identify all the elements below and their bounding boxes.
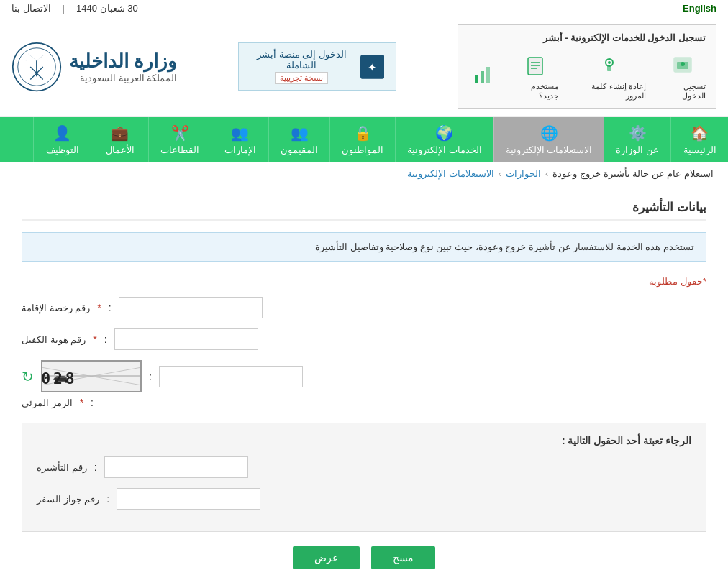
residence-input[interactable] — [119, 297, 263, 318]
nav-label-emirates: الإمارات — [224, 144, 256, 155]
residents-icon: 👥 — [291, 124, 309, 142]
breadcrumb-inquiries-link[interactable]: الاستعلامات الإلكترونية — [407, 168, 494, 179]
divider: | — [63, 3, 65, 14]
residence-field-group: : * رقم رخصة الإقامة — [22, 297, 706, 318]
inquiries-icon: 🌐 — [540, 124, 558, 142]
nav-label-residents: المقيمون — [281, 144, 318, 155]
newuser-label: مستخدم جديد؟ — [511, 82, 559, 101]
reset-label: إعادة إنشاء كلمة المرور — [573, 82, 645, 101]
eservices-icon: 🌍 — [435, 124, 453, 142]
login-icon-stats[interactable] — [468, 60, 497, 91]
sponsor-colon: : — [104, 334, 107, 345]
svg-rect-20 — [42, 361, 140, 392]
nav-label-citizens: المواطنون — [342, 144, 383, 155]
date-text: 30 شعبان 1440 — [76, 3, 138, 14]
stats-icon — [468, 60, 497, 88]
submit-button[interactable]: عرض — [293, 546, 360, 569]
breadcrumb: استعلام عام عن حالة تأشيرة خروج وعودة › … — [0, 162, 728, 185]
nav-item-inquiries[interactable]: 🌐 الاستعلامات الإلكترونية — [493, 117, 604, 162]
contact-link[interactable]: الاتصال بنا — [12, 3, 51, 14]
top-bar-left: English — [683, 3, 716, 14]
absher-text: الدخول إلى منصة أبشر الشاملة — [250, 49, 353, 70]
ministry-icon: ⚙️ — [629, 124, 647, 142]
refresh-captcha-icon[interactable]: ↻ — [22, 368, 34, 385]
captcha-image: 1028 — [41, 360, 142, 392]
nav-item-employment[interactable]: 👤 التوظيف — [33, 117, 91, 162]
beta-badge: نسخة تجريبية — [275, 72, 328, 84]
citizens-icon: 🔒 — [354, 124, 372, 142]
passport-field-group: : رقم جواز السفر — [37, 488, 691, 510]
breadcrumb-sep1: › — [545, 168, 548, 179]
business-icon: 💼 — [111, 124, 129, 142]
nav-item-eservices[interactable]: 🌍 الخدمات الإلكترونية — [395, 117, 493, 162]
nav-item-home[interactable]: 🏠 الرئيسية — [670, 117, 728, 162]
signin-icon — [668, 50, 697, 79]
residence-colon: : — [109, 302, 112, 313]
passport-label: رقم جواز السفر — [37, 494, 99, 505]
ministry-name: وزارة الداخلية — [69, 50, 177, 73]
captcha-label-colon: : — [91, 397, 94, 408]
emirates-icon: 👥 — [231, 124, 249, 142]
main-content: بيانات التأشيرة تستخدم هذه الخدمة للاستف… — [0, 185, 728, 570]
top-bar-right: 30 شعبان 1440 | الاتصال بنا — [12, 3, 138, 14]
captcha-row: : 1028 ↻ — [22, 360, 706, 392]
residence-star: * — [97, 302, 101, 313]
top-bar: English 30 شعبان 1440 | الاتصال بنا — [0, 0, 728, 17]
sponsor-label: رقم هوية الكفيل — [22, 334, 86, 345]
main-nav: 🏠 الرئيسية ⚙️ عن الوزارة 🌐 الاستعلامات ا… — [0, 117, 728, 162]
passport-input[interactable] — [117, 488, 260, 510]
captcha-colon: : — [149, 371, 152, 382]
required-note: *حقول مطلوبة — [22, 276, 706, 287]
login-icon-signin[interactable]: تسجيل الدخول — [660, 50, 706, 101]
nav-item-sectors[interactable]: ✂️ القطاعات — [148, 117, 211, 162]
sponsor-input[interactable] — [114, 328, 258, 350]
sectors-icon: ✂️ — [171, 124, 189, 142]
ministry-sub: المملكة العربية السعودية — [69, 73, 177, 83]
ministry-logo-area: وزارة الداخلية المملكة العربية السعودية — [12, 42, 177, 92]
captcha-input[interactable] — [159, 366, 303, 387]
nav-label-business: الأعمال — [106, 144, 135, 155]
login-panel: تسجيل الدخول للخدمات الإلكترونية - أبشر … — [458, 24, 716, 109]
nav-label-sectors: القطاعات — [160, 144, 199, 155]
reset-icon — [595, 50, 624, 79]
svg-rect-10 — [475, 75, 478, 83]
login-icons: تسجيل الدخول إعادة إنشاء كلمة المرور — [468, 50, 706, 101]
breadcrumb-sep2: › — [499, 168, 501, 179]
info-box: تستخدم هذه الخدمة للاستفسار عن تأشيرة خر… — [22, 232, 706, 262]
optional-fields-box: الرجاء تعبئة أحد الحقول التالية : : رقم … — [22, 423, 706, 532]
login-icon-reset[interactable]: إعادة إنشاء كلمة المرور — [573, 50, 645, 101]
button-row: عرض مسح — [22, 546, 706, 569]
captcha-label-group: : * الرمز المرئي — [22, 397, 706, 408]
svg-text:✦: ✦ — [368, 60, 377, 73]
absher-banner[interactable]: ✦ الدخول إلى منصة أبشر الشاملة نسخة تجري… — [238, 42, 396, 91]
svg-rect-12 — [486, 67, 490, 83]
svg-point-5 — [608, 61, 611, 64]
residence-label: رقم رخصة الإقامة — [22, 303, 90, 313]
nav-item-citizens[interactable]: 🔒 المواطنون — [329, 117, 395, 162]
nav-item-business[interactable]: 💼 الأعمال — [91, 117, 148, 162]
ministry-emblem — [12, 42, 62, 92]
visa-input[interactable] — [104, 456, 248, 478]
english-link[interactable]: English — [683, 3, 716, 14]
signin-label: تسجيل الدخول — [660, 82, 706, 101]
nav-item-ministry[interactable]: ⚙️ عن الوزارة — [604, 117, 670, 162]
optional-box-title: الرجاء تعبئة أحد الحقول التالية : — [37, 435, 691, 446]
breadcrumb-current: استعلام عام عن حالة تأشيرة خروج وعودة — [552, 168, 714, 179]
section-title: بيانات التأشيرة — [22, 200, 706, 221]
nav-label-ministry: عن الوزارة — [616, 144, 659, 155]
captcha-label: الرمز المرئي — [22, 397, 73, 408]
visa-field-group: : رقم التأشيرة — [37, 456, 691, 478]
captcha-star: * — [80, 397, 83, 408]
nav-label-eservices: الخدمات الإلكترونية — [407, 144, 482, 155]
nav-label-inquiries: الاستعلامات الإلكترونية — [506, 144, 593, 155]
svg-rect-4 — [607, 65, 611, 71]
clear-button[interactable]: مسح — [371, 546, 435, 569]
nav-item-residents[interactable]: 👥 المقيمون — [268, 117, 329, 162]
nav-item-emirates[interactable]: 👥 الإمارات — [211, 117, 268, 162]
header: تسجيل الدخول للخدمات الإلكترونية - أبشر … — [0, 17, 728, 117]
login-icon-newuser[interactable]: مستخدم جديد؟ — [511, 50, 559, 101]
breadcrumb-passports[interactable]: الجوازات — [506, 168, 541, 179]
svg-rect-11 — [481, 71, 484, 83]
login-panel-title: تسجيل الدخول للخدمات الإلكترونية - أبشر — [468, 32, 706, 43]
home-icon: 🏠 — [691, 124, 709, 142]
